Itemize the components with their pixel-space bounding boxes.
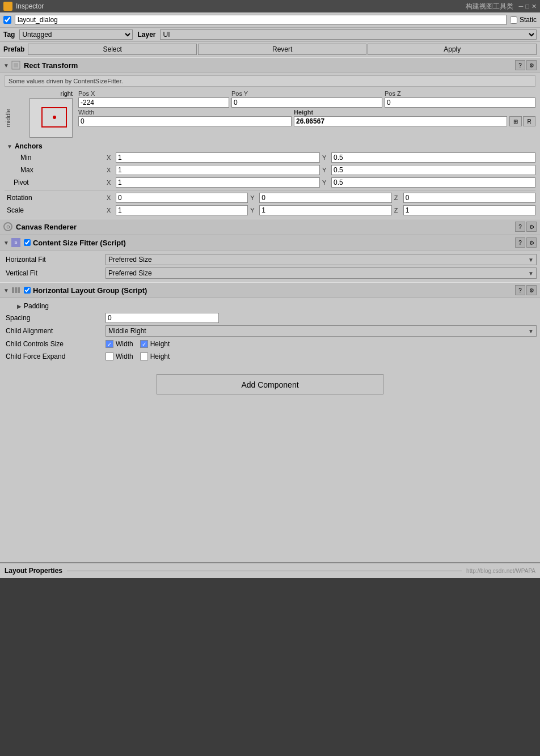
child-controls-size-checkboxes: ✓ Width ✓ Height [106, 340, 170, 348]
child-controls-height-label: Height [150, 340, 170, 348]
child-controls-height-item: ✓ Height [140, 340, 170, 348]
hlg-gear-button[interactable]: ⚙ [526, 285, 537, 295]
csf-fold-arrow[interactable]: ▼ [3, 240, 9, 246]
anchors-label: Anchors [15, 142, 43, 150]
horizontal-fit-value: Preferred Size [108, 256, 152, 264]
child-controls-height-checkbox[interactable]: ✓ [140, 340, 148, 348]
anchors-header: ▼ Anchors [5, 141, 535, 151]
reset-button[interactable]: R [523, 116, 535, 126]
csf-checkbox[interactable] [24, 239, 31, 246]
height-label: Height [294, 109, 507, 116]
vertical-fit-value: Preferred Size [108, 269, 152, 277]
revert-button[interactable]: Revert [198, 44, 367, 55]
rot-x-label: X [107, 194, 113, 201]
fold-arrow[interactable]: ▼ [3, 62, 9, 69]
hlg-fold-arrow[interactable]: ▼ [3, 287, 9, 294]
horizontal-fit-dropdown[interactable]: Preferred Size ▼ [106, 254, 537, 265]
csf-gear-button[interactable]: ⚙ [526, 237, 537, 248]
title-bar: Inspector 构建视图工具类 ─ □ ✕ [0, 0, 540, 12]
csf-help-button[interactable]: ? [515, 237, 525, 248]
horizontal-fit-row: Horizontal Fit Preferred Size ▼ [3, 253, 537, 266]
pos-fields: Pos X -224 Pos Y 0 Pos Z 0 [78, 90, 535, 128]
child-controls-size-row: Child Controls Size ✓ Width ✓ Height [3, 338, 537, 350]
add-component-button[interactable]: Add Component [157, 374, 383, 394]
maximize-icon[interactable]: □ [525, 3, 529, 10]
close-icon[interactable]: ✕ [531, 3, 537, 10]
vertical-fit-dropdown[interactable]: Preferred Size ▼ [106, 267, 537, 279]
apply-button[interactable]: Apply [368, 44, 537, 55]
child-controls-width-item: ✓ Width [106, 340, 133, 348]
object-name-input[interactable]: layout_dialog [15, 15, 507, 25]
canvas-renderer-section: ⊙ Canvas Renderer ? ⚙ [0, 219, 540, 235]
layer-label: Layer [137, 31, 155, 39]
pos-z-input[interactable]: 0 [385, 97, 535, 108]
child-alignment-arrow: ▼ [528, 328, 534, 334]
anchor-min-x-input[interactable]: 1 [116, 152, 320, 163]
pivot-y-input[interactable]: 0.5 [331, 177, 535, 188]
rotation-z-input[interactable]: 0 [403, 193, 535, 203]
height-input[interactable]: 26.86567 [294, 116, 507, 126]
padding-label: Padding [24, 302, 49, 310]
static-area: Static [510, 16, 537, 24]
child-force-height-checkbox[interactable] [140, 352, 148, 360]
layer-dropdown[interactable]: UI [160, 29, 537, 40]
rotation-label: Rotation [5, 194, 107, 202]
rotation-y-input[interactable]: 0 [259, 193, 391, 203]
bottom-bar-url: http://blog.csdn.net/WPAPA [466, 568, 535, 574]
pivot-x-input[interactable]: 1 [116, 177, 320, 188]
pivot-value: X 1 Y 0.5 [107, 177, 535, 188]
scale-x-label: X [107, 207, 113, 214]
tag-dropdown[interactable]: Untagged [19, 29, 133, 40]
canvas-gear-button[interactable]: ⚙ [526, 222, 537, 232]
anchor-min-row: Min X 1 Y 0.5 [5, 151, 535, 164]
select-button[interactable]: Select [28, 44, 197, 55]
anchor-middle-label: middle [5, 109, 11, 127]
child-alignment-value: Middle Right [108, 327, 146, 335]
anchors-expand-arrow[interactable]: ▼ [7, 143, 12, 150]
vertical-fit-label: Vertical Fit [3, 269, 106, 277]
padding-expand-arrow[interactable]: ▶ [17, 303, 22, 309]
child-controls-size-label: Child Controls Size [3, 340, 106, 348]
scale-x-input[interactable]: 1 [116, 205, 248, 215]
rotation-x-input[interactable]: 0 [116, 193, 248, 203]
active-checkbox[interactable] [3, 16, 11, 24]
child-alignment-dropdown[interactable]: Middle Right ▼ [106, 325, 537, 337]
hlg-header: ▼ Horizontal Layout Group (Script) ? ⚙ [0, 282, 540, 298]
pos-y-input[interactable]: 0 [231, 97, 382, 108]
anchor-min-y-input[interactable]: 0.5 [331, 152, 535, 163]
width-input[interactable]: 0 [78, 116, 292, 126]
bottom-bar: Layout Properties http://blog.csdn.net/W… [0, 562, 540, 578]
width-col: Width 0 [78, 109, 292, 126]
static-checkbox[interactable] [510, 16, 517, 24]
pos-row-2: Width 0 Height 26.86567 ⊞ R [78, 109, 535, 126]
scale-y-input[interactable]: 1 [259, 205, 391, 215]
hlg-help-button[interactable]: ? [515, 285, 525, 295]
inspector-icon [3, 2, 12, 11]
child-force-width-item: Width [106, 352, 133, 360]
canvas-renderer-title: Canvas Renderer [16, 223, 514, 231]
hlg-checkbox[interactable] [24, 287, 31, 294]
child-alignment-row: Child Alignment Middle Right ▼ [3, 324, 537, 338]
prefab-label: Prefab [3, 45, 24, 53]
scale-z-input[interactable]: 1 [403, 205, 535, 215]
spacing-input[interactable]: 0 [106, 313, 219, 323]
child-force-expand-checkboxes: Width Height [106, 352, 170, 360]
minimize-icon[interactable]: ─ [519, 3, 524, 10]
min-x-label: X [107, 154, 113, 161]
svg-rect-4 [18, 287, 20, 293]
anchor-diagram [29, 98, 73, 138]
anchor-max-y-input[interactable]: 0.5 [331, 165, 535, 175]
rect-transform-header: ▼ Rect Transform ? ⚙ [0, 57, 540, 73]
canvas-help-button[interactable]: ? [515, 222, 525, 232]
constraint-button[interactable]: ⊞ [509, 116, 522, 126]
anchor-dot [53, 116, 56, 119]
child-controls-width-checkbox[interactable]: ✓ [106, 340, 113, 348]
child-force-width-checkbox[interactable] [106, 352, 113, 360]
pos-row-1: Pos X -224 Pos Y 0 Pos Z 0 [78, 90, 535, 108]
anchor-max-x-input[interactable]: 1 [116, 165, 320, 175]
anchor-inner-rect [41, 107, 67, 128]
pos-x-input[interactable]: -224 [78, 97, 229, 108]
anchor-max-row: Max X 1 Y 0.5 [5, 164, 535, 176]
help-button[interactable]: ? [515, 60, 525, 70]
gear-button[interactable]: ⚙ [526, 60, 537, 70]
